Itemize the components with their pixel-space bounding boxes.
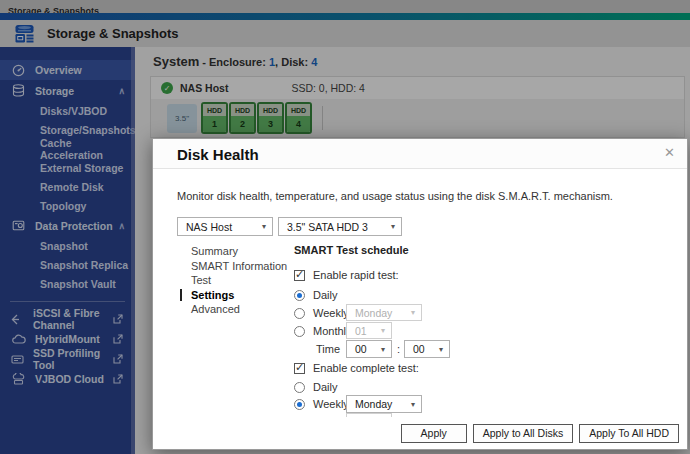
rapid-monthly-radio[interactable] (294, 326, 305, 337)
time-label: Time (316, 343, 340, 355)
apply-to-all-hdd-button[interactable]: Apply To All HDD (579, 424, 679, 443)
menu-item-advanced[interactable]: Advanced (191, 302, 287, 316)
rapid-monthly-row: Monthly (294, 325, 352, 337)
rapid-weekly-label: Weekly (313, 307, 349, 319)
dialog-side-menu: Summary SMART Information Test Settings … (191, 244, 287, 317)
enable-complete-test-checkbox[interactable]: ✓ (294, 363, 305, 374)
apply-to-all-disks-button[interactable]: Apply to All Disks (473, 424, 574, 443)
time-separator: : (397, 343, 400, 355)
host-select-value: NAS Host (186, 221, 232, 233)
menu-item-settings[interactable]: Settings (191, 288, 287, 302)
dropdown-arrow-icon: ▾ (262, 222, 266, 231)
complete-weekly-day-dropdown[interactable]: Monday ▾ (346, 395, 422, 413)
rapid-weekly-day-value: Monday (355, 307, 392, 319)
dropdown-arrow-icon: ▾ (381, 326, 385, 335)
disk-select-value: 3.5" SATA HDD 3 (287, 221, 368, 233)
enable-complete-test-label: Enable complete test: (313, 362, 419, 374)
time-colon: : (397, 343, 400, 355)
qnap-storage-snapshots-window: Storage & Snapshots Storage & Snapshots (0, 0, 690, 454)
rapid-weekly-day-dropdown[interactable]: Monday ▾ (346, 304, 422, 321)
rapid-daily-label: Daily (313, 289, 337, 301)
disk-health-dialog: Disk Health ✕ Monitor disk health, tempe… (152, 138, 688, 450)
complete-daily-radio[interactable] (294, 382, 305, 393)
enable-rapid-test-label: Enable rapid test: (313, 269, 399, 281)
apply-button[interactable]: Apply (401, 424, 467, 443)
enable-complete-test-row: ✓ Enable complete test: (294, 362, 419, 374)
menu-item-test[interactable]: Test (191, 273, 287, 287)
time-hour-value: 00 (355, 343, 367, 355)
dialog-body: Monitor disk health, temperature, and us… (153, 170, 687, 449)
dialog-title: Disk Health (177, 146, 259, 163)
time-minute-dropdown[interactable]: 00 ▾ (404, 340, 450, 358)
enable-rapid-test-checkbox[interactable]: ✓ (294, 270, 305, 281)
rapid-monthly-day-value: 01 (355, 325, 367, 337)
rapid-weekly-radio[interactable] (294, 308, 305, 319)
dropdown-arrow-icon: ▾ (411, 400, 415, 409)
checkbox-check-icon: ✓ (295, 361, 304, 374)
enable-rapid-test-row: ✓ Enable rapid test: (294, 269, 399, 281)
complete-weekly-row: Weekly (294, 398, 349, 410)
dropdown-arrow-icon: ▾ (411, 308, 415, 317)
dialog-header: Disk Health ✕ (153, 139, 687, 169)
dropdown-arrow-icon: ▾ (439, 345, 443, 354)
time-minute-value: 00 (413, 343, 425, 355)
checkbox-check-icon: ✓ (295, 268, 304, 281)
complete-daily-label: Daily (313, 381, 337, 393)
time-row: Time (316, 343, 340, 355)
menu-item-summary[interactable]: Summary (191, 244, 287, 258)
dropdown-arrow-icon: ▾ (381, 345, 385, 354)
complete-weekly-day-value: Monday (355, 398, 392, 410)
dialog-description: Monitor disk health, temperature, and us… (177, 190, 613, 202)
rapid-daily-radio[interactable] (294, 290, 305, 301)
host-select-dropdown[interactable]: NAS Host ▾ (177, 217, 273, 236)
complete-weekly-label: Weekly (313, 398, 349, 410)
selected-indicator (180, 289, 182, 301)
rapid-weekly-row: Weekly (294, 307, 349, 319)
close-icon[interactable]: ✕ (664, 145, 675, 160)
menu-item-smart-information[interactable]: SMART Information (191, 259, 287, 273)
rapid-monthly-day-dropdown[interactable]: 01 ▾ (346, 322, 392, 339)
menu-item-label: Settings (191, 289, 234, 301)
complete-daily-row: Daily (294, 381, 337, 393)
disk-select-dropdown[interactable]: 3.5" SATA HDD 3 ▾ (278, 217, 402, 236)
smart-test-schedule-heading: SMART Test schedule (294, 244, 409, 256)
dialog-footer: Apply Apply to All Disks Apply To All HD… (153, 417, 687, 449)
complete-weekly-radio[interactable] (294, 399, 305, 410)
time-hour-dropdown[interactable]: 00 ▾ (346, 340, 392, 358)
rapid-daily-row: Daily (294, 289, 337, 301)
dropdown-arrow-icon: ▾ (391, 222, 395, 231)
